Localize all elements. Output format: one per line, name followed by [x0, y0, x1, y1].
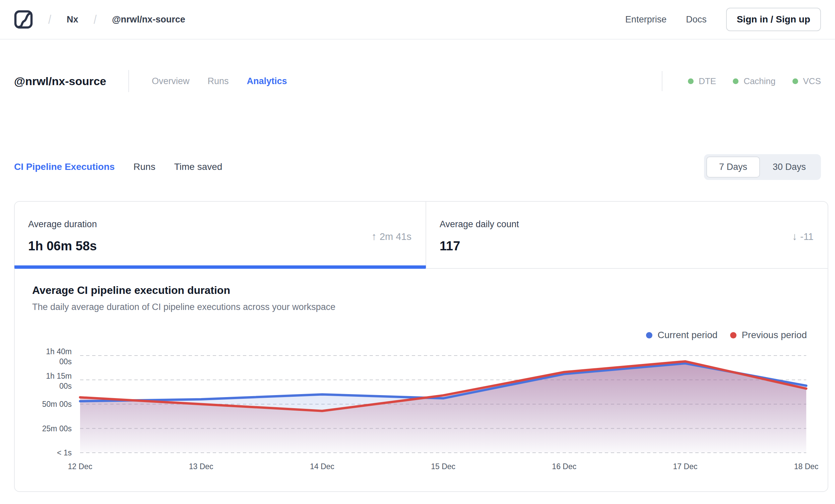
x-axis-tick-label: 16 Dec [552, 462, 576, 471]
tab-runs[interactable]: Runs [208, 76, 229, 86]
y-axis-tick-label: 1h 40m [46, 347, 72, 356]
arrow-down-icon: ↓ [792, 230, 797, 243]
page-title: @nrwl/nx-source [14, 75, 106, 88]
stat-value: 1h 06m 58s [28, 239, 412, 253]
status-badge-dte: DTE [688, 76, 716, 86]
status-badge-caching: Caching [733, 76, 775, 86]
delta-value: -11 [800, 231, 814, 242]
tab-ci-pipeline-executions[interactable]: CI Pipeline Executions [14, 162, 115, 172]
y-axis-tick-label: 25m 00s [42, 424, 72, 433]
date-range-toggle: 7 Days 30 Days [704, 154, 821, 180]
range-7-days-button[interactable]: 7 Days [706, 157, 760, 178]
stat-card-average-duration[interactable]: Average duration 1h 06m 58s ↑ 2m 41s [15, 202, 426, 268]
status-badge-vcs: VCS [792, 76, 821, 86]
nx-cloud-analytics-page: / Nx / @nrwl/nx-source Enterprise Docs S… [0, 0, 835, 504]
active-card-indicator [15, 265, 426, 269]
y-axis-tick-label: < 1s [57, 448, 72, 457]
tab-time-saved[interactable]: Time saved [174, 162, 223, 172]
breadcrumb-repo[interactable]: @nrwl/nx-source [112, 15, 185, 25]
arrow-up-icon: ↑ [371, 230, 376, 243]
nx-cloud-logo-icon[interactable] [14, 10, 33, 29]
y-axis-tick-label: 1h 15m [46, 371, 72, 380]
workspace-header-row: @nrwl/nx-source Overview Runs Analytics … [14, 68, 821, 95]
y-axis-tick-label: 00s [59, 382, 72, 390]
x-axis-tick-label: 15 Dec [431, 462, 455, 471]
analytics-tabs: CI Pipeline Executions Runs Time saved [14, 162, 222, 172]
green-dot-icon [688, 78, 694, 84]
tab-runs-analytics[interactable]: Runs [134, 162, 155, 172]
divider [662, 71, 663, 91]
breadcrumb-org[interactable]: Nx [67, 15, 78, 25]
badge-label: Caching [744, 76, 775, 86]
stat-cards-row: Average duration 1h 06m 58s ↑ 2m 41s Ave… [15, 202, 828, 269]
x-axis-tick-label: 18 Dec [794, 462, 819, 471]
y-axis-tick-label: 50m 00s [42, 400, 72, 408]
x-axis-tick-label: 13 Dec [189, 462, 213, 471]
badge-label: VCS [803, 76, 821, 86]
stat-value: 117 [440, 239, 814, 253]
top-navigation-bar: / Nx / @nrwl/nx-source Enterprise Docs S… [0, 0, 835, 40]
enterprise-link[interactable]: Enterprise [625, 15, 667, 25]
x-axis-tick-label: 12 Dec [68, 462, 93, 471]
delta-value: 2m 41s [380, 231, 411, 242]
topbar-right-group: Enterprise Docs Sign in / Sign up [625, 8, 821, 31]
tab-overview[interactable]: Overview [152, 76, 190, 86]
breadcrumb-separator: / [48, 13, 51, 27]
breadcrumb: / Nx / @nrwl/nx-source [14, 10, 185, 29]
stat-label: Average daily count [440, 219, 814, 229]
duration-chart-area: Average CI pipeline execution duration T… [15, 269, 828, 491]
stat-label: Average duration [28, 219, 412, 229]
green-dot-icon [792, 78, 798, 84]
stat-delta: ↑ 2m 41s [371, 230, 411, 243]
divider [128, 70, 129, 92]
tab-analytics[interactable]: Analytics [247, 76, 287, 86]
previous-period-area [80, 361, 806, 453]
duration-line-chart: 1h 40m00s1h 15m00s50m 00s25m 00s< 1s12 D… [15, 269, 828, 491]
x-axis-tick-label: 17 Dec [673, 462, 698, 471]
stat-delta: ↓ -11 [792, 230, 814, 243]
workspace-status-badges: DTE Caching VCS [662, 71, 821, 91]
breadcrumb-separator: / [94, 13, 97, 27]
stat-card-average-daily-count[interactable]: Average daily count 117 ↓ -11 [426, 202, 828, 268]
badge-label: DTE [699, 76, 716, 86]
range-30-days-button[interactable]: 30 Days [760, 157, 819, 178]
docs-link[interactable]: Docs [686, 15, 707, 25]
x-axis-tick-label: 14 Dec [310, 462, 334, 471]
analytics-subtab-row: CI Pipeline Executions Runs Time saved 7… [14, 154, 821, 180]
ci-pipeline-panel: Average duration 1h 06m 58s ↑ 2m 41s Ave… [14, 201, 828, 492]
green-dot-icon [733, 78, 738, 84]
sign-in-button[interactable]: Sign in / Sign up [726, 8, 821, 31]
workspace-tabs: Overview Runs Analytics [152, 76, 287, 86]
y-axis-tick-label: 00s [59, 357, 72, 366]
